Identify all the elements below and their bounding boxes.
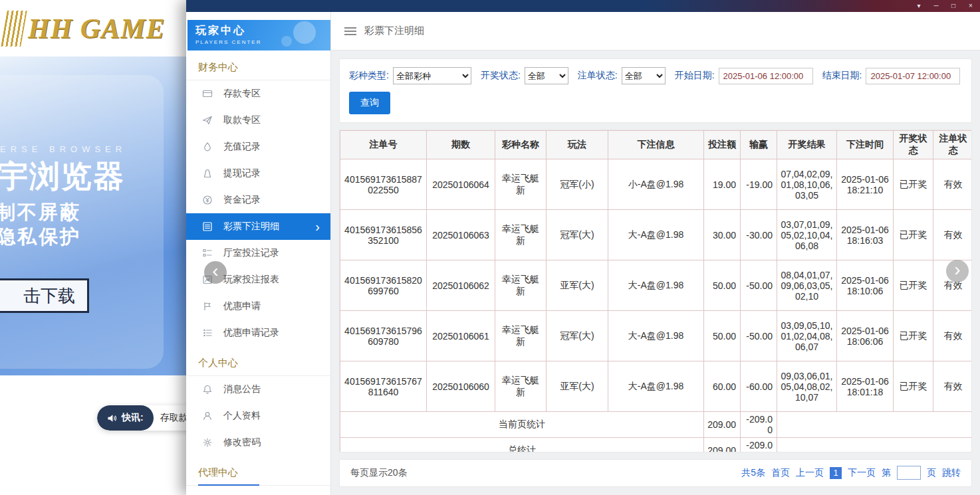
app-window: ▾─□× 玩家中心 PLAYERS CENTER 财务中心存款专区取款专区充值记… — [186, 0, 980, 495]
sidebar-item-label: 充值记录 — [223, 141, 261, 153]
carousel-prev-icon[interactable]: ‹ — [204, 261, 227, 284]
sidebar-item-promo-apply[interactable]: 优惠申请 — [186, 293, 330, 320]
bets-table: 注单号期数彩种名称玩法下注信息投注额输赢开奖结果下注时间开奖状态注单状态 401… — [340, 130, 972, 452]
table-cell: 03,09,05,10,01,02,04,08,06,07 — [777, 311, 837, 361]
sidebar-item-label: 资金记录 — [223, 194, 261, 206]
table-cell: -50.00 — [741, 260, 777, 311]
current-page[interactable]: 1 — [830, 467, 842, 479]
table-cell: 2025-01-06 18:10:06 — [837, 260, 894, 311]
summary-empty — [777, 412, 973, 438]
end-date-input[interactable] — [866, 68, 960, 84]
table-header-row: 注单号期数彩种名称玩法下注信息投注额输赢开奖结果下注时间开奖状态注单状态 — [340, 131, 973, 159]
total-count: 共5条 — [741, 467, 765, 479]
table-cell: 03,07,01,09,05,02,10,04,06,08 — [777, 210, 837, 260]
table-cell: 有效 — [933, 159, 973, 210]
filter-label: 彩种类型: — [349, 70, 389, 82]
filter-end-date: 结束日期: — [822, 68, 961, 84]
banner-tagline: ERSE BROWSER — [0, 144, 126, 154]
window-titlebar: ▾─□× — [186, 0, 980, 12]
lottery-type-select[interactable]: 全部彩种 — [393, 67, 471, 84]
column-header: 注单号 — [340, 131, 427, 159]
deposit-icon — [202, 88, 213, 99]
table-cell: 大-A盘@1.98 — [608, 210, 704, 260]
hall-record-icon — [202, 248, 213, 258]
table-cell: 401569173615796609780 — [340, 311, 427, 361]
table-cell: 50.00 — [704, 260, 741, 311]
menu-group-title: 个人中心 — [186, 346, 330, 376]
bubble-decoration — [293, 21, 316, 44]
first-page-link[interactable]: 首页 — [771, 467, 790, 479]
sidebar-item-password[interactable]: 修改密码 — [186, 429, 330, 456]
menu-toggle-icon[interactable] — [344, 27, 356, 36]
page-size-label: 每页显示20条 — [350, 467, 408, 479]
table-cell: 401569173615820699760 — [340, 260, 427, 311]
menu-group-title: 代理中心 — [186, 456, 330, 486]
prev-page-link[interactable]: 上一页 — [796, 467, 824, 479]
promo-record-icon — [202, 328, 213, 338]
sidebar-item-notice[interactable]: 消息公告 — [186, 376, 330, 403]
column-header: 开奖状态 — [894, 131, 933, 159]
filter-draw-status: 开奖状态:全部 — [481, 67, 568, 84]
pagination-controls: 共5条 首页 上一页 1 下一页 第 页 跳转 — [741, 466, 961, 480]
table-cell: 冠军(大) — [547, 210, 608, 260]
table-cell: 幸运飞艇新 — [495, 260, 547, 311]
sidebar-item-label: 提现记录 — [223, 167, 261, 179]
column-header: 玩法 — [547, 131, 608, 159]
sidebar-item-label: 优惠申请记录 — [223, 327, 279, 339]
table-cell: 大-A盘@1.98 — [608, 311, 704, 361]
promo-apply-icon — [202, 301, 213, 312]
brand-header: HH GAME — [0, 0, 199, 56]
page-jump-input[interactable] — [897, 466, 921, 480]
menu-group-title: 财务中心 — [186, 50, 330, 80]
banner-subline-1: 制不屏蔽 — [0, 199, 81, 226]
table-row: 40156917361576781164020250106060幸运飞艇新亚军(… — [340, 361, 973, 412]
table-cell: 幸运飞艇新 — [495, 159, 547, 210]
sidebar-item-funds[interactable]: 资金记录 — [186, 187, 330, 213]
filter-label: 开奖状态: — [481, 70, 521, 82]
sidebar-item-label: 玩家投注报表 — [223, 274, 279, 286]
start-date-input[interactable] — [719, 68, 813, 84]
sidebar-item-withdraw[interactable]: 取款专区 — [186, 107, 330, 134]
table-cell: 已开奖 — [894, 311, 933, 361]
table-cell: 冠军(大) — [547, 311, 608, 361]
table-cell: 2025-01-06 18:01:18 — [837, 361, 894, 412]
filter-start-date: 开始日期: — [675, 68, 813, 84]
minimize-icon[interactable]: ─ — [932, 0, 940, 12]
sidebar-item-cashout[interactable]: 提现记录 — [186, 160, 330, 187]
summary-empty — [777, 438, 973, 452]
column-header: 注单状态 — [933, 131, 973, 159]
sidebar: 玩家中心 PLAYERS CENTER 财务中心存款专区取款专区充值记录提现记录… — [186, 12, 331, 495]
column-header: 下注时间 — [837, 131, 894, 159]
sidebar-item-label: 个人资料 — [223, 410, 261, 422]
sidebar-item-label: 厅室投注记录 — [223, 247, 279, 259]
sidebar-item-deposit[interactable]: 存款专区 — [186, 80, 330, 107]
bet-status-select[interactable]: 全部 — [622, 67, 666, 84]
sidebar-item-promo-record[interactable]: 优惠申请记录 — [186, 320, 330, 346]
sidebar-item-label: 存款专区 — [223, 88, 261, 100]
jump-button[interactable]: 跳转 — [942, 467, 961, 479]
search-button[interactable]: 查询 — [349, 92, 390, 114]
news-ticker: 快讯: 存取款, — [97, 405, 199, 431]
sidebar-item-label: 彩票下注明细 — [223, 221, 279, 233]
lottery-detail-icon — [202, 221, 213, 232]
summary-bet-total: 209.00 — [704, 438, 741, 452]
close-icon[interactable]: × — [967, 0, 975, 12]
maximize-icon[interactable]: □ — [949, 0, 957, 12]
carousel-next-icon[interactable]: › — [946, 260, 969, 282]
next-page-link[interactable]: 下一页 — [848, 467, 876, 479]
table-cell: 19.00 — [704, 159, 741, 210]
draw-status-select[interactable]: 全部 — [525, 67, 568, 84]
sidebar-item-recharge[interactable]: 充值记录 — [186, 134, 330, 160]
dropdown-icon[interactable]: ▾ — [915, 0, 923, 12]
table-cell: 小-A盘@1.98 — [608, 159, 704, 210]
column-header: 期数 — [427, 131, 495, 159]
sidebar-item-lottery-detail[interactable]: 彩票下注明细› — [186, 213, 330, 240]
sidebar-item-profile[interactable]: 个人资料 — [186, 403, 330, 429]
background-page: HH GAME ERSE BROWSER 宇浏览器 制不屏蔽 隐私保护 击下载 … — [0, 0, 199, 495]
filter-label: 注单状态: — [578, 70, 618, 82]
summary-bet-total: 209.00 — [704, 412, 741, 438]
table-cell: 幸运飞艇新 — [495, 311, 547, 361]
download-button[interactable]: 击下载 — [0, 278, 89, 313]
table-cell: 60.00 — [704, 361, 741, 412]
sidebar-item-hall-record[interactable]: 厅室投注记录 — [186, 240, 330, 266]
